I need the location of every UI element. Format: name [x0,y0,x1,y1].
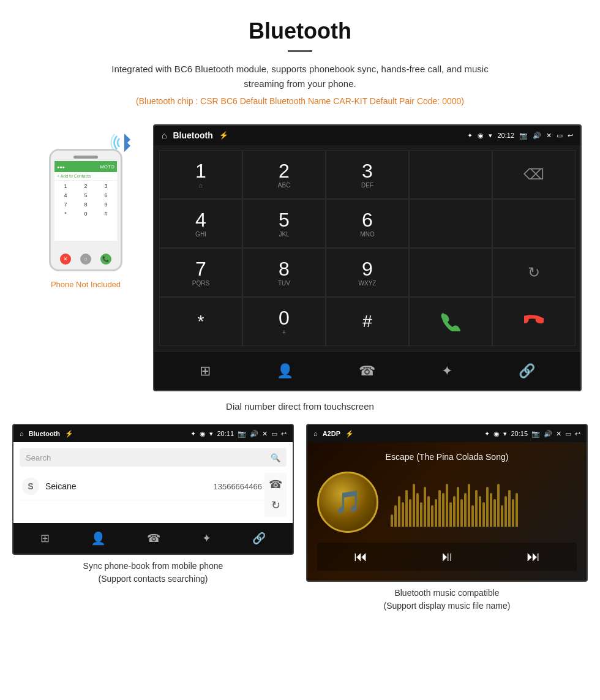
dialpad-area: 1 ⌂ 2 ABC 3 DEF ⌫ [154,145,580,351]
key-4[interactable]: 4 GHI [159,199,242,248]
pb-cam-icon[interactable]: 📷 [238,430,246,438]
play-pause-button[interactable]: ⏯ [440,549,454,565]
pb-close-icon[interactable]: ✕ [262,430,268,438]
viz-bar [427,496,430,527]
key-6[interactable]: 6 MNO [326,199,409,248]
home-icon[interactable]: ⌂ [162,130,167,140]
back-icon[interactable]: ↩ [568,132,573,140]
pb-wifi-icon: ▾ [209,430,213,438]
main-area: ●●● MOTO + Add to Contacts 123 456 789 *… [0,124,600,619]
window-icon[interactable]: ▭ [557,132,563,140]
bottom-section: ⌂ Bluetooth ⚡ ✦ ◉ ▾ 20:11 📷 🔊 ✕ ▭ ↩ [12,424,588,612]
cell-empty-3 [492,199,576,248]
header-description: Integrated with BC6 Bluetooth module, su… [92,62,508,91]
music-album-art: 🎵 [317,472,378,533]
viz-bar [405,490,408,527]
search-icon[interactable]: 🔍 [271,453,280,462]
call-right-icon[interactable]: ☎ [269,478,282,491]
viz-bar [453,496,456,527]
camera-icon[interactable]: 📷 [519,132,528,140]
pb-win-icon[interactable]: ▭ [271,430,277,438]
music-note-icon: 🎵 [334,489,362,515]
header-divider [288,50,312,52]
call-button[interactable] [409,297,492,346]
phone-icon[interactable]: ☎ [359,363,375,379]
link-icon[interactable]: 🔗 [519,363,535,379]
key-3[interactable]: 3 DEF [326,150,409,199]
viz-bar [398,496,400,527]
phone-not-included-label: Phone Not Included [51,280,121,289]
music-song-title: Escape (The Pina Colada Song) [386,452,509,462]
status-right: ✦ ◉ ▾ 20:12 📷 🔊 ✕ ▭ ↩ [467,132,573,140]
prev-track-button[interactable]: ⏮ [354,549,367,565]
phonebook-search-bar[interactable]: Search 🔍 [20,448,287,467]
phonebook-right-icons: ☎ ↻ [264,473,287,517]
pb-status-left: ⌂ Bluetooth ⚡ [20,430,73,438]
key-hash[interactable]: # [326,297,409,346]
phone-body: ●●● MOTO + Add to Contacts 123 456 789 *… [49,149,122,271]
pb-bt-toolbar-icon[interactable]: ✦ [202,532,211,545]
viz-bar [431,505,433,527]
key-5[interactable]: 5 JKL [242,199,326,248]
key-1[interactable]: 1 ⌂ [159,150,242,199]
volume-icon[interactable]: 🔊 [533,132,541,140]
viz-bar [416,493,419,527]
dial-toolbar: ⊞ 👤 ☎ ✦ 🔗 [154,351,580,390]
key-0[interactable]: 0 + [242,297,326,346]
dial-screenshot: ⌂ Bluetooth ⚡ ✦ ◉ ▾ 20:12 📷 🔊 ✕ ▭ ↩ [153,124,582,391]
phone-container: ●●● MOTO + Add to Contacts 123 456 789 *… [49,149,122,274]
cell-empty-4 [409,248,492,297]
key-star[interactable]: * [159,297,242,346]
music-back-icon[interactable]: ↩ [575,430,580,438]
music-bt-icon: ✦ [484,430,490,438]
viz-bar [394,505,397,527]
key-9[interactable]: 9 WXYZ [326,248,409,297]
phonebook-list: S Seicane 13566664466 [20,473,264,517]
pb-vol-icon[interactable]: 🔊 [250,430,258,438]
viz-bar [460,499,463,527]
backspace-button[interactable]: ⌫ [492,150,576,199]
key-7[interactable]: 7 PQRS [159,248,242,297]
music-cam-icon[interactable]: 📷 [531,430,540,438]
contact-entry-seicane[interactable]: S Seicane 13566664466 [20,473,264,500]
viz-bar [446,484,448,527]
viz-bar [413,484,415,527]
music-win-icon[interactable]: ▭ [565,430,571,438]
contact-number: 13566664466 [213,482,262,491]
refresh-button[interactable]: ↻ [492,248,576,297]
dial-status-label: Bluetooth [173,130,212,140]
music-loc-icon: ◉ [493,430,500,438]
bluetooth-icon[interactable]: ✦ [441,363,452,379]
bluetooth-status-icon: ✦ [467,132,473,140]
pb-grid-icon[interactable]: ⊞ [40,532,50,545]
music-main-area: 🎵 [317,472,577,533]
pb-person-icon[interactable]: 👤 [91,531,106,546]
end-call-button[interactable] [492,297,576,346]
viz-bar [497,484,500,527]
key-8[interactable]: 8 TUV [242,248,326,297]
music-vol-icon[interactable]: 🔊 [544,430,552,438]
pb-status-label: Bluetooth [29,430,60,437]
music-usb-icon: ⚡ [345,430,354,438]
pb-home-icon[interactable]: ⌂ [20,430,24,437]
phone-add-contact: + Add to Contacts [54,172,117,181]
pb-phone-icon[interactable]: ☎ [147,532,160,545]
contacts-icon[interactable]: 👤 [277,363,293,379]
key-2[interactable]: 2 ABC [242,150,326,199]
phonebook-toolbar: ⊞ 👤 ☎ ✦ 🔗 [13,523,293,554]
grid-icon[interactable]: ⊞ [200,363,211,379]
pb-status-right: ✦ ◉ ▾ 20:11 📷 🔊 ✕ ▭ ↩ [190,430,287,438]
phonebook-status-bar: ⌂ Bluetooth ⚡ ✦ ◉ ▾ 20:11 📷 🔊 ✕ ▭ ↩ [13,425,293,442]
refresh-right-icon[interactable]: ↻ [271,499,280,512]
phonebook-content: Search 🔍 S Seicane 13566664466 ☎ [13,442,293,523]
phone-call-button[interactable]: 📞 [100,254,111,265]
pb-back-icon[interactable]: ↩ [281,430,287,438]
next-track-button[interactable]: ⏭ [527,549,540,565]
close-icon[interactable]: ✕ [546,132,552,140]
phone-home-button[interactable]: ○ [80,254,91,265]
pb-link-toolbar-icon[interactable]: 🔗 [252,532,266,545]
viz-bar [486,487,489,527]
music-close-icon[interactable]: ✕ [556,430,561,438]
music-home-icon[interactable]: ⌂ [313,430,318,437]
phone-end-button[interactable]: ✕ [60,254,71,265]
